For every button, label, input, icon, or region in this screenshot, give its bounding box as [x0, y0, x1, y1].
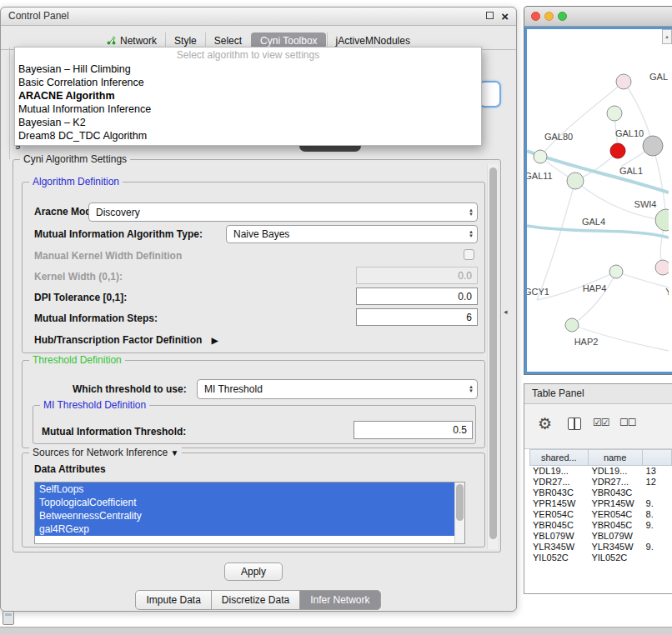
attribute-item[interactable]: TopologicalCoefficient [35, 496, 464, 509]
mi-type-select[interactable]: Naive Bayes ▲▼ [226, 225, 478, 243]
dpi-tolerance-label: DPI Tolerance [0,1]: [34, 292, 127, 303]
close-traffic-light[interactable] [531, 12, 540, 21]
network-node[interactable] [567, 172, 584, 189]
network-node[interactable] [565, 318, 579, 332]
table-row[interactable]: YER054CYER054C8. [529, 509, 672, 520]
algorithm-option[interactable]: Bayesian – Hill Climbing [15, 62, 481, 76]
manual-kernel-label: Manual Kernel Width Definition [34, 250, 182, 262]
panel-resize-grip[interactable]: ◂ [504, 308, 508, 316]
bottom-tab-discretize-data[interactable]: Discretize Data [211, 590, 300, 610]
table-cell: YDL19... [529, 466, 588, 477]
algorithm-option[interactable]: Bayesian – K2 [15, 116, 481, 129]
network-node[interactable] [610, 143, 625, 158]
combo-arrows-icon: ▲▼ [464, 385, 474, 393]
algorithm-option[interactable]: ARACNE Algorithm [15, 89, 481, 102]
float-window-icon[interactable] [486, 12, 494, 19]
sources-toggle[interactable]: Sources for Network Inference ▼ [29, 447, 182, 458]
table-cell: YBR045C [588, 520, 642, 531]
canvas-scroll-button[interactable]: ▲ [662, 29, 672, 44]
column-header-shared[interactable]: shared... [529, 449, 589, 466]
table-cell: 12 [643, 477, 672, 488]
table-cell: 9. [643, 520, 672, 531]
table-cell: YPR145W [588, 498, 642, 509]
bottom-tab-impute-data[interactable]: Impute Data [135, 590, 211, 610]
scrollbar-thumb[interactable] [489, 168, 497, 539]
dpi-tolerance-input[interactable]: 0.0 [356, 288, 478, 305]
mi-threshold-input[interactable]: 0.5 [354, 421, 473, 439]
table-row[interactable]: YBR045CYBR045C9. [529, 520, 672, 531]
threshold-definition-title: Threshold Definition [29, 354, 125, 366]
network-node[interactable] [607, 106, 622, 121]
network-canvas[interactable]: GAL80GAL10GAL11GAL1SWI4GAL4GCY1HAP4HAP2G… [527, 29, 672, 372]
threshold-definition-group: Threshold Definition Which threshold to … [22, 360, 485, 448]
deselect-all-checkboxes-icon[interactable]: ☐☐ [619, 417, 636, 428]
network-node[interactable] [616, 74, 631, 89]
mi-type-value: Naive Bayes [233, 228, 289, 240]
table-row[interactable]: YLR345WYLR345W9. [529, 542, 672, 552]
settings-scrollbar[interactable] [487, 164, 498, 549]
table-cell [643, 552, 672, 563]
network-icon [107, 36, 116, 45]
apply-button[interactable]: Apply [224, 562, 283, 581]
table-header-row: shared...name [529, 449, 672, 466]
attribute-item[interactable]: BetweennessCentrality [35, 509, 464, 522]
network-edge[interactable] [572, 272, 616, 325]
table-cell: YPR145W [529, 498, 588, 509]
gear-icon[interactable]: ⚙ [538, 414, 552, 433]
table-row[interactable]: YPR145WYPR145W9. [529, 498, 672, 509]
aracne-mode-select[interactable]: Discovery ▲▼ [88, 202, 478, 222]
popup-placeholder: Select algorithm to view settings [15, 48, 481, 62]
network-edge[interactable] [537, 181, 575, 300]
column-header-name[interactable]: name [589, 449, 643, 466]
table-row[interactable]: YDR27...YDR27...12 [529, 477, 672, 488]
attribute-item[interactable]: SelfLoops [35, 482, 464, 496]
network-node[interactable] [534, 150, 547, 163]
network-node[interactable] [655, 209, 669, 231]
table-cell: YBL079W [588, 531, 642, 542]
minimize-traffic-light[interactable] [544, 12, 554, 21]
control-panel-titlebar[interactable]: Control Panel × [1, 8, 516, 26]
algorithm-option[interactable]: Dream8 DC_TDC Algorithm [15, 129, 481, 142]
manual-kernel-checkbox[interactable] [464, 249, 474, 260]
algorithm-option[interactable]: Basic Correlation Inference [15, 76, 481, 89]
which-threshold-select[interactable]: MI Threshold ▲▼ [197, 379, 478, 399]
close-icon[interactable]: × [501, 8, 509, 25]
hub-section-toggle[interactable]: Hub/Transcription Factor Definition ▶ [34, 334, 218, 346]
expand-right-icon: ▶ [212, 336, 218, 345]
attribute-item[interactable]: gal4RGexp [35, 522, 464, 536]
table-row[interactable]: YBL079WYBL079W [529, 531, 672, 542]
tab-label: Cyni Toolbox [260, 35, 317, 47]
table-cell [643, 531, 672, 542]
network-view-window: GAL80GAL10GAL11GAL1SWI4GAL4GCY1HAP4HAP2G… [524, 6, 672, 375]
network-node[interactable] [643, 136, 663, 156]
columns-icon[interactable] [568, 418, 581, 430]
table-panel-titlebar[interactable]: Table Panel [524, 384, 672, 404]
focused-help-button[interactable] [479, 81, 501, 108]
network-edge[interactable] [527, 226, 669, 238]
zoom-traffic-light[interactable] [558, 12, 567, 21]
restore-panel-icon[interactable] [3, 611, 14, 625]
bottom-tab-infer-network[interactable]: Infer Network [299, 590, 380, 610]
table-cell [643, 488, 672, 498]
network-graph[interactable]: GAL80GAL10GAL11GAL1SWI4GAL4GCY1HAP4HAP2G… [527, 29, 669, 372]
scrollbar-thumb[interactable] [456, 484, 464, 521]
mi-threshold-group: MI Threshold Definition Mutual Informati… [33, 405, 476, 444]
table-row[interactable]: YBR043CYBR043C [529, 488, 672, 498]
attributes-listbox[interactable]: SelfLoopsTopologicalCoefficientBetweenne… [34, 482, 465, 544]
status-bar [0, 627, 672, 635]
network-window-titlebar[interactable] [524, 7, 672, 27]
column-header-col2[interactable] [643, 449, 672, 466]
select-all-checkboxes-icon[interactable]: ☑☑ [593, 417, 609, 428]
tab-label: jActiveMNodules [336, 35, 410, 47]
mi-steps-input[interactable]: 6 [356, 308, 478, 326]
network-node[interactable] [655, 260, 669, 275]
algorithm-option[interactable]: Mutual Information Inference [15, 102, 481, 116]
bottom-tab-bar: Impute DataDiscretize DataInfer Network [1, 590, 516, 610]
table-row[interactable]: YDL19...YDL19...13 [529, 466, 672, 477]
table-cell: YIL052C [529, 552, 588, 563]
table-cell: 8. [643, 509, 672, 520]
listbox-scrollbar[interactable] [454, 482, 464, 543]
table-cell: YLR345W [529, 542, 588, 552]
network-node[interactable] [609, 265, 623, 278]
table-row[interactable]: YIL052CYIL052C [529, 552, 672, 563]
